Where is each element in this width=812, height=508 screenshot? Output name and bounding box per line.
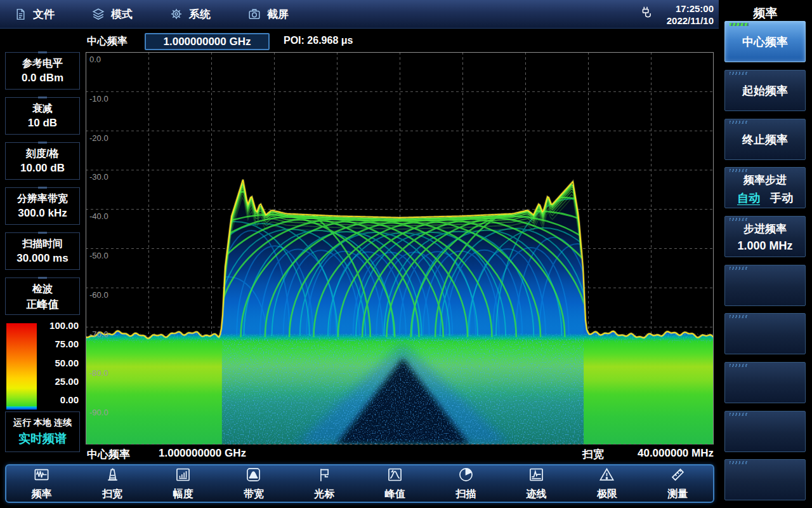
menu-mode[interactable]: 模式 xyxy=(91,7,133,22)
top-menu-bar: 文件 模式 系统 截屏 xyxy=(0,0,719,29)
density-color-scale-min xyxy=(6,406,37,410)
softkey-empty-1[interactable] xyxy=(724,265,806,306)
svg-text:-20.0: -20.0 xyxy=(89,133,108,143)
datetime: 17:25:00 2022/11/10 xyxy=(667,3,714,27)
menu-mode-label: 模式 xyxy=(111,7,133,22)
param-label: 分辨率带宽 xyxy=(6,192,79,206)
freq-panel-title: 频率 xyxy=(719,5,812,22)
scale-label: 50.00 xyxy=(38,358,79,368)
param-label: 衰减 xyxy=(6,102,79,116)
param-value: 30.000 ms xyxy=(6,252,79,265)
toolbar-trace[interactable]: 迹线 xyxy=(501,465,572,502)
svg-text:-50.0: -50.0 xyxy=(89,251,108,260)
toolbar-label: 迹线 xyxy=(527,488,547,501)
param-label: 扫描时间 xyxy=(6,237,79,251)
softkey-label: 频率步进 xyxy=(725,173,805,187)
toolbar-span[interactable]: 扫宽 xyxy=(77,465,147,502)
svg-text:-30.0: -30.0 xyxy=(89,172,108,182)
svg-text:-70.0: -70.0 xyxy=(89,330,108,339)
softkey-notch xyxy=(730,461,749,464)
softkey-notch xyxy=(730,364,749,367)
softkey-freq-step[interactable]: 频率步进 自动 手动 xyxy=(724,167,806,208)
param-notch xyxy=(38,142,47,144)
menu-file[interactable]: 文件 xyxy=(14,7,55,22)
freq-softkey-panel: 频率 中心频率 起始频率 终止频率 频率步进 自动 手动 xyxy=(719,0,812,508)
svg-text:-60.0: -60.0 xyxy=(89,290,108,300)
density-scale-labels: 100.00 75.00 50.00 25.00 0.00 xyxy=(38,320,79,405)
poi-readout: POI: 26.968 μs xyxy=(284,35,353,46)
softkey-notch xyxy=(730,315,749,318)
option-auto[interactable]: 自动 xyxy=(737,190,760,206)
menu-system[interactable]: 系统 xyxy=(169,7,211,22)
scale-label: 75.00 xyxy=(38,338,79,349)
bandwidth-icon xyxy=(245,466,262,486)
toolbar-marker[interactable]: 光标 xyxy=(289,465,360,502)
param-notch xyxy=(38,97,47,98)
run-status-box: 运行 本地 连续 实时频谱 xyxy=(5,411,80,452)
softkey-label: 起始频率 xyxy=(725,83,805,98)
gear-icon xyxy=(169,7,183,21)
param-label: 刻度/格 xyxy=(6,147,79,161)
softkey-empty-4[interactable] xyxy=(724,411,806,452)
param-value: 10.00 dB xyxy=(6,162,79,175)
softkey-center-freq[interactable]: 中心频率 xyxy=(724,21,806,62)
span-icon xyxy=(104,466,121,486)
softkey-notch xyxy=(730,23,749,26)
softkey-notch xyxy=(730,169,749,172)
file-icon xyxy=(14,8,27,21)
toolbar-label: 幅度 xyxy=(173,488,193,501)
menu-file-label: 文件 xyxy=(33,7,55,22)
softkey-label: 步进频率 xyxy=(725,222,805,236)
scale-label: 0.00 xyxy=(38,394,79,405)
param-notch xyxy=(38,51,47,53)
power-plug-icon xyxy=(638,4,657,25)
center-freq-label: 中心频率 xyxy=(87,35,128,48)
center-freq-input[interactable]: 1.000000000 GHz xyxy=(145,33,270,50)
softkey-stop-freq[interactable]: 终止频率 xyxy=(724,119,806,160)
param-ref-level[interactable]: 参考电平 0.0 dBm xyxy=(5,52,80,90)
clock-time: 17:25:00 xyxy=(667,3,714,15)
camera-icon xyxy=(247,7,261,21)
softkey-empty-2[interactable] xyxy=(724,313,806,354)
option-manual[interactable]: 手动 xyxy=(770,190,793,206)
param-scale-div[interactable]: 刻度/格 10.00 dB xyxy=(5,142,80,180)
toolbar-limit[interactable]: 极限 xyxy=(572,465,642,502)
toolbar-label: 扫宽 xyxy=(102,488,122,501)
toolbar-label: 峰值 xyxy=(385,488,405,501)
param-attenuation[interactable]: 衰减 10 dB xyxy=(5,97,80,135)
menu-screenshot-label: 截屏 xyxy=(267,7,289,22)
param-rbw[interactable]: 分辨率带宽 300.0 kHz xyxy=(5,187,80,225)
spectrum-analyzer-app: 文件 模式 系统 截屏 xyxy=(0,0,812,508)
svg-text:-90.0: -90.0 xyxy=(89,408,108,417)
toolbar-frequency[interactable]: 频率 xyxy=(6,465,77,502)
param-detector[interactable]: 检波 正峰值 xyxy=(5,277,80,315)
param-sweep-time[interactable]: 扫描时间 30.000 ms xyxy=(5,232,80,270)
softkey-notch xyxy=(730,413,749,416)
softkey-empty-3[interactable] xyxy=(724,362,806,403)
sweep-icon xyxy=(457,466,475,486)
toolbar-sweep[interactable]: 扫描 xyxy=(430,465,501,502)
softkey-notch xyxy=(730,72,749,75)
param-notch xyxy=(38,232,47,234)
param-notch xyxy=(38,277,47,279)
toolbar-amplitude[interactable]: 幅度 xyxy=(148,465,218,502)
analyzer-mode-text: 实时频谱 xyxy=(6,431,79,447)
toolbar-measure[interactable]: 测量 xyxy=(643,465,713,502)
layers-icon xyxy=(91,7,105,21)
softkey-step-freq[interactable]: 步进频率 1.000 MHz xyxy=(724,216,806,257)
status-center-freq-value: 1.000000000 GHz xyxy=(159,447,246,460)
softkey-value: 1.000 MHz xyxy=(725,239,805,253)
run-status-text: 运行 本地 连续 xyxy=(6,417,79,429)
density-color-scale xyxy=(6,323,37,406)
softkey-start-freq[interactable]: 起始频率 xyxy=(724,70,806,111)
menu-screenshot[interactable]: 截屏 xyxy=(247,7,289,22)
svg-text:-40.0: -40.0 xyxy=(89,211,108,221)
scale-label: 100.00 xyxy=(38,320,79,331)
amplitude-icon xyxy=(174,466,192,486)
toolbar-bandwidth[interactable]: 带宽 xyxy=(218,465,289,502)
param-value: 0.0 dBm xyxy=(6,72,79,84)
toolbar-peak[interactable]: 峰值 xyxy=(360,465,430,502)
toolbar-label: 频率 xyxy=(32,488,52,501)
warning-triangle-icon xyxy=(598,466,615,486)
softkey-empty-5[interactable] xyxy=(724,459,806,500)
